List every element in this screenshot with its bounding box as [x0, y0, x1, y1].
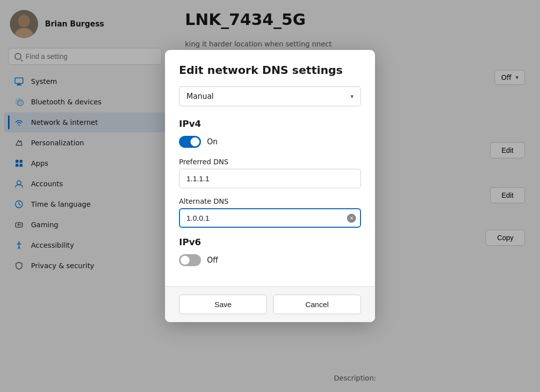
dialog-title: Edit network DNS settings [179, 64, 361, 76]
dialog-body: Edit network DNS settings Manual ▾ IPv4 … [165, 50, 375, 286]
ipv4-toggle-thumb [190, 137, 200, 146]
preferred-dns-label: Preferred DNS [179, 158, 361, 166]
modal-overlay: Edit network DNS settings Manual ▾ IPv4 … [0, 0, 540, 392]
alternate-dns-wrap: × [179, 208, 361, 228]
ipv6-title: IPv6 [179, 237, 361, 247]
ipv6-toggle-label: Off [207, 256, 218, 265]
dns-mode-label: Manual [186, 92, 214, 101]
ipv6-toggle[interactable] [179, 254, 201, 266]
ipv6-toggle-row: Off [179, 254, 361, 266]
cancel-button[interactable]: Cancel [273, 295, 361, 314]
alternate-dns-input[interactable] [179, 208, 361, 228]
ipv4-toggle-row: On [179, 136, 361, 148]
ipv4-title: IPv4 [179, 118, 361, 129]
ipv4-section: IPv4 On Preferred DNS Alternate DNS × [179, 118, 361, 228]
save-button[interactable]: Save [179, 295, 267, 314]
ipv6-toggle-thumb [180, 256, 190, 265]
dns-settings-dialog: Edit network DNS settings Manual ▾ IPv4 … [165, 50, 375, 322]
dialog-footer: Save Cancel [165, 286, 375, 322]
preferred-dns-wrap [179, 169, 361, 188]
preferred-dns-input[interactable] [179, 169, 361, 188]
ipv6-section: IPv6 Off [179, 237, 361, 266]
dns-mode-dropdown[interactable]: Manual ▾ [179, 86, 361, 106]
dns-mode-chevron-icon: ▾ [350, 93, 354, 100]
alternate-dns-label: Alternate DNS [179, 197, 361, 205]
alternate-dns-clear-button[interactable]: × [347, 214, 356, 223]
ipv4-toggle[interactable] [179, 136, 201, 148]
ipv4-toggle-label: On [207, 137, 218, 146]
